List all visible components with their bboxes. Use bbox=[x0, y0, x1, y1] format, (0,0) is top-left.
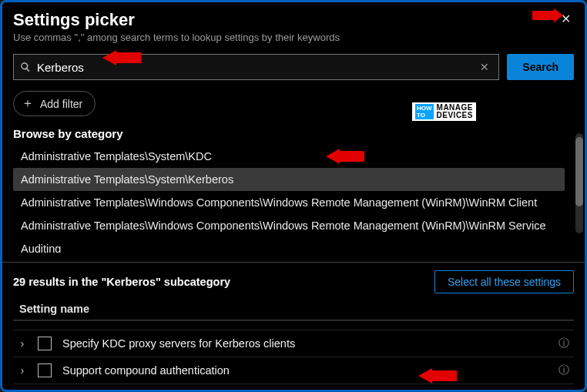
plus-icon: ＋ bbox=[22, 95, 34, 112]
divider bbox=[2, 262, 585, 263]
category-item[interactable]: Administrative Templates\System\KDC bbox=[13, 145, 565, 168]
chevron-right-icon[interactable]: › bbox=[18, 364, 27, 377]
overlay-logo: HOWTO MANAGE DEVICES bbox=[411, 101, 478, 122]
add-filter-button[interactable]: ＋ Add filter bbox=[13, 91, 96, 116]
column-header-setting-name: Setting name bbox=[13, 303, 574, 315]
setting-row[interactable]: › Support compound authentication ⓘ bbox=[13, 357, 574, 384]
info-icon[interactable]: ⓘ bbox=[558, 337, 569, 350]
add-filter-label: Add filter bbox=[40, 98, 82, 110]
category-item[interactable]: Auditing bbox=[13, 237, 565, 253]
checkbox[interactable] bbox=[38, 337, 52, 350]
category-item[interactable]: Administrative Templates\Windows Compone… bbox=[13, 191, 565, 214]
setting-row[interactable]: › Support device authentication using ce… bbox=[13, 384, 574, 392]
panel-title: Settings picker bbox=[13, 10, 340, 30]
logo-badge: HOWTO bbox=[415, 104, 434, 119]
logo-line2: DEVICES bbox=[437, 112, 473, 119]
select-all-button[interactable]: Select all these settings bbox=[434, 270, 574, 293]
close-button[interactable]: ✕ bbox=[558, 10, 574, 28]
search-button[interactable]: Search bbox=[507, 54, 574, 80]
panel-subtitle: Use commas "," among search terms to loo… bbox=[13, 32, 340, 43]
search-field-wrap[interactable]: ✕ bbox=[13, 54, 499, 80]
info-icon[interactable]: ⓘ bbox=[558, 364, 569, 377]
setting-label: Support compound authentication bbox=[62, 364, 548, 377]
search-input[interactable] bbox=[37, 61, 477, 74]
chevron-right-icon[interactable]: › bbox=[18, 337, 27, 350]
setting-label: Specify KDC proxy servers for Kerberos c… bbox=[62, 337, 548, 350]
browse-by-category-label: Browse by category bbox=[13, 127, 574, 140]
category-item[interactable]: Administrative Templates\System\Kerberos bbox=[13, 168, 565, 191]
search-icon bbox=[20, 62, 31, 72]
category-scrollbar-thumb[interactable] bbox=[575, 137, 583, 206]
setting-row[interactable]: › Specify KDC proxy servers for Kerberos… bbox=[13, 330, 574, 357]
clear-search-icon[interactable]: ✕ bbox=[477, 61, 492, 73]
settings-picker-panel: Settings picker Use commas "," among sea… bbox=[2, 2, 585, 390]
checkbox[interactable] bbox=[38, 364, 52, 377]
category-item[interactable]: Administrative Templates\Windows Compone… bbox=[13, 214, 565, 237]
results-count: 29 results in the "Kerberos" subcategory bbox=[13, 276, 230, 288]
category-list: Administrative Templates\System\KDC Admi… bbox=[13, 145, 574, 253]
